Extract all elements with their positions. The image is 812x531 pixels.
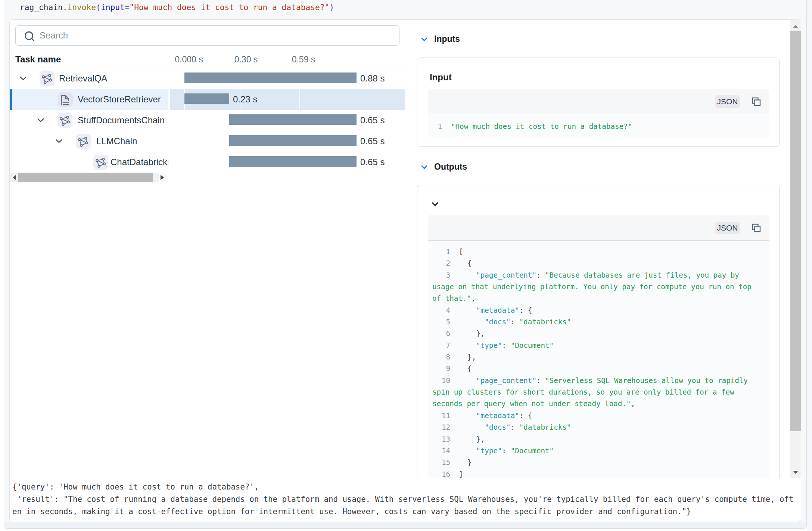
horizontal-scrollbar[interactable] bbox=[10, 173, 168, 182]
scroll-left-arrow-icon bbox=[13, 175, 16, 180]
copy-icon[interactable] bbox=[752, 223, 761, 233]
line-number: 2 bbox=[432, 257, 450, 269]
input-json-block: JSON 1"How much does it cost to run a da… bbox=[428, 89, 769, 138]
output-card: JSON 1[2 {3 "page_content": "Because dat… bbox=[417, 185, 780, 478]
json-token-punctuation bbox=[459, 271, 476, 280]
scroll-up-arrow-icon[interactable] bbox=[793, 25, 798, 28]
scroll-right-button[interactable] bbox=[159, 173, 168, 182]
output-collapse-chevron-icon[interactable] bbox=[432, 202, 438, 206]
json-line: 13 }, bbox=[432, 433, 757, 445]
duration-bar bbox=[184, 93, 229, 104]
duration-label: 0.65 s bbox=[360, 131, 385, 152]
chain-icon bbox=[93, 155, 108, 170]
json-token-punctuation bbox=[459, 318, 485, 326]
json-line: 9 { bbox=[432, 363, 757, 374]
notebook-cell: rag_chain.invoke(input="How much does it… bbox=[4, 0, 807, 529]
json-token-punctuation: [ bbox=[459, 247, 463, 256]
span-name-label: RetrievalQA bbox=[59, 68, 107, 89]
json-token-punctuation: ] bbox=[459, 470, 463, 478]
code-token-func: invoke bbox=[68, 3, 96, 12]
json-token-string: "Document" bbox=[511, 341, 554, 350]
timeline-tick-label: 0.30 s bbox=[234, 54, 258, 65]
code-token-bracket: ( bbox=[96, 3, 101, 12]
duration-label: 0.23 s bbox=[233, 89, 257, 110]
span-name-label: StuffDocumentsChain bbox=[78, 110, 165, 131]
line-number: 13 bbox=[432, 433, 450, 445]
line-number: 7 bbox=[432, 340, 450, 351]
vertical-scrollbar-thumb[interactable] bbox=[790, 31, 801, 431]
chain-icon-box bbox=[93, 155, 108, 170]
json-token-string: "How much does it cost to run a database… bbox=[451, 122, 632, 131]
line-number: 5 bbox=[432, 316, 450, 328]
chain-icon bbox=[76, 134, 91, 149]
line-number: 1 bbox=[432, 246, 450, 257]
search-input[interactable]: Search bbox=[15, 25, 399, 46]
span-row-vectorstoreretriever[interactable]: VectorStoreRetriever0.23 s bbox=[10, 89, 406, 110]
span-name-label: VectorStoreRetriever bbox=[78, 89, 161, 110]
json-line: 6 }, bbox=[432, 328, 757, 339]
outputs-collapse-chevron-icon[interactable] bbox=[421, 165, 427, 169]
span-row-stuffdocumentschain[interactable]: StuffDocumentsChain0.65 s bbox=[10, 110, 406, 131]
json-token-punctuation: : bbox=[536, 271, 545, 280]
line-number: 6 bbox=[432, 328, 450, 339]
chain-icon bbox=[40, 71, 55, 86]
horizontal-scrollbar-thumb[interactable] bbox=[18, 173, 153, 182]
cell-bottom-strip bbox=[4, 522, 806, 528]
outputs-section-title: Outputs bbox=[434, 161, 467, 172]
duration-label: 0.88 s bbox=[360, 68, 385, 89]
copy-icon[interactable] bbox=[752, 97, 761, 106]
json-line: 1"How much does it cost to run a databas… bbox=[432, 121, 757, 132]
json-token-key: "page_content" bbox=[476, 271, 536, 280]
expand-chevron-icon[interactable] bbox=[37, 118, 44, 123]
json-token-punctuation: : bbox=[511, 423, 519, 432]
line-number: 12 bbox=[432, 422, 450, 433]
expand-chevron-icon[interactable] bbox=[19, 76, 27, 81]
vertical-scrollbar[interactable] bbox=[790, 20, 801, 478]
line-number: 16 bbox=[432, 469, 450, 478]
input-json-content: 1"How much does it cost to run a databas… bbox=[428, 115, 769, 138]
line-number: 9 bbox=[432, 363, 450, 374]
json-token-punctuation bbox=[459, 376, 476, 385]
span-row-retrievalqa[interactable]: RetrievalQA0.88 s bbox=[10, 68, 406, 89]
output-json-block: JSON 1[2 {3 "page_content": "Because dat… bbox=[428, 215, 769, 478]
output-json-toolbar: JSON bbox=[428, 215, 769, 241]
duration-bar bbox=[229, 114, 357, 125]
line-number: 14 bbox=[432, 445, 450, 457]
span-row-chatdatabricks[interactable]: ChatDatabricks0.65 s bbox=[10, 152, 406, 173]
line-number: 8 bbox=[432, 351, 450, 363]
span-name-label: ChatDatabricks bbox=[111, 152, 168, 173]
code-token-param: input bbox=[101, 3, 125, 12]
search-icon bbox=[24, 31, 36, 43]
json-token-punctuation: { bbox=[459, 364, 472, 373]
chain-icon-box bbox=[40, 71, 55, 86]
json-token-key: "docs" bbox=[485, 423, 510, 432]
line-number: 3 bbox=[432, 269, 450, 281]
panel-divider bbox=[406, 20, 406, 478]
inputs-collapse-chevron-icon[interactable] bbox=[421, 37, 427, 41]
duration-label: 0.65 s bbox=[360, 110, 385, 131]
line-number: 15 bbox=[432, 457, 450, 468]
json-token-punctuation bbox=[459, 447, 476, 455]
scroll-right-arrow-icon bbox=[161, 175, 164, 180]
json-token-punctuation: }, bbox=[459, 353, 476, 361]
expand-chevron-icon[interactable] bbox=[55, 139, 63, 143]
json-token-punctuation: } bbox=[459, 458, 472, 467]
json-format-badge[interactable]: JSON bbox=[715, 222, 740, 234]
scroll-down-arrow-icon[interactable] bbox=[793, 471, 798, 474]
json-format-badge[interactable]: JSON bbox=[715, 95, 740, 108]
json-token-punctuation bbox=[459, 341, 476, 350]
input-card: Input JSON 1"How much does it cost to ru… bbox=[417, 58, 780, 147]
json-line: 7 "type": "Document" bbox=[432, 340, 757, 351]
json-line: 12 "docs": "databricks" bbox=[432, 422, 757, 433]
json-line: 15 } bbox=[432, 457, 757, 468]
code-token-plain: rag_chain. bbox=[20, 3, 68, 12]
json-token-punctuation: : { bbox=[519, 306, 532, 315]
json-line: 10 "page_content": "Serverless SQL Wareh… bbox=[432, 375, 757, 410]
timeline-gridline bbox=[299, 89, 300, 110]
json-token-punctuation: , bbox=[471, 294, 476, 303]
json-token-key: "type" bbox=[476, 447, 502, 455]
code-cell-input[interactable]: rag_chain.invoke(input="How much does it… bbox=[20, 1, 334, 14]
span-row-llmchain[interactable]: LLMChain0.65 s bbox=[10, 131, 406, 152]
mlflow-trace-ui: Search Task name 0.000 s0.30 s0.59 s Ret… bbox=[10, 20, 801, 478]
duration-bar bbox=[229, 135, 357, 146]
